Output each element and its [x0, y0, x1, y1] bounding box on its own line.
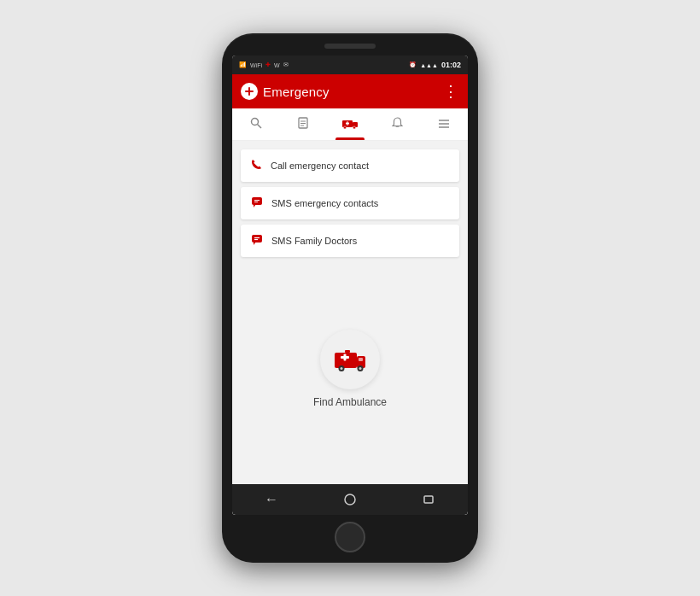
find-ambulance-label: Find Ambulance	[313, 396, 387, 408]
sms-doctors-button[interactable]: SMS Family Doctors	[241, 225, 459, 257]
app-title: Emergency	[263, 85, 330, 99]
ambulance-tab-icon	[342, 118, 358, 131]
svg-point-8	[344, 126, 347, 129]
svg-point-34	[345, 494, 355, 505]
svg-point-32	[359, 367, 362, 370]
sms-doctors-icon	[251, 234, 263, 248]
cross-app-icon: ✚	[265, 61, 271, 68]
svg-rect-28	[359, 358, 363, 361]
document-icon	[298, 117, 308, 131]
more-options-icon[interactable]: ⋮	[443, 82, 459, 101]
phone-device: 📶 WiFi ✚ W ✉ ⏰ ▲▲▲ 01:02 Emergency ⋮	[222, 33, 478, 563]
sms-doctors-label: SMS Family Doctors	[271, 236, 357, 246]
content-area: Call emergency contact SMS emergency con…	[232, 141, 468, 484]
app-logo	[241, 83, 258, 100]
svg-rect-16	[252, 197, 262, 205]
tab-bell[interactable]	[374, 108, 421, 140]
phone-screen: 📶 WiFi ✚ W ✉ ⏰ ▲▲▲ 01:02 Emergency ⋮	[232, 56, 468, 515]
bell-icon	[392, 117, 403, 131]
svg-point-9	[353, 126, 356, 129]
status-icons-right: ⏰ ▲▲▲ 01:02	[409, 61, 461, 69]
find-ambulance-section: Find Ambulance	[241, 262, 459, 484]
svg-line-1	[257, 125, 261, 129]
ambulance-large-icon	[333, 342, 367, 377]
alarm-icon: ⏰	[409, 61, 417, 68]
call-emergency-label: Call emergency contact	[271, 161, 369, 171]
whatsapp-icon: W	[274, 62, 280, 68]
svg-rect-11	[347, 121, 348, 126]
recent-nav-icon[interactable]	[422, 493, 435, 506]
sms-emergency-button[interactable]: SMS emergency contacts	[241, 187, 459, 219]
search-icon	[250, 117, 262, 131]
bottom-nav: ←	[232, 484, 468, 515]
sim-icon: 📶	[239, 61, 247, 68]
status-icons-left: 📶 WiFi ✚ W ✉	[239, 61, 289, 68]
home-nav-icon[interactable]	[343, 493, 357, 506]
tab-menu[interactable]	[421, 108, 468, 140]
wifi-icon: WiFi	[250, 62, 262, 68]
time-display: 01:02	[441, 61, 461, 69]
phone-home-button[interactable]	[335, 522, 365, 552]
svg-point-0	[251, 119, 258, 126]
svg-rect-27	[344, 354, 347, 361]
svg-point-30	[341, 367, 343, 370]
hamburger-icon	[438, 118, 450, 131]
tab-document[interactable]	[279, 108, 326, 140]
phone-icon	[251, 159, 262, 172]
app-bar-left: Emergency	[241, 83, 330, 100]
back-nav-icon[interactable]: ←	[265, 492, 278, 507]
sms-emergency-label: SMS emergency contacts	[271, 198, 378, 208]
sms-emergency-icon	[251, 196, 263, 210]
svg-rect-20	[252, 235, 262, 242]
call-emergency-button[interactable]: Call emergency contact	[241, 149, 459, 182]
status-bar: 📶 WiFi ✚ W ✉ ⏰ ▲▲▲ 01:02	[232, 56, 468, 74]
email-icon: ✉	[283, 61, 289, 68]
signal-icon: ▲▲▲	[420, 62, 438, 68]
svg-rect-33	[345, 350, 350, 353]
tab-ambulance[interactable]	[326, 108, 373, 140]
tab-bar	[232, 108, 468, 141]
app-bar: Emergency ⋮	[232, 74, 468, 108]
svg-rect-35	[424, 496, 433, 503]
tab-search[interactable]	[232, 108, 279, 140]
phone-speaker	[324, 44, 376, 49]
find-ambulance-button[interactable]	[320, 330, 380, 389]
